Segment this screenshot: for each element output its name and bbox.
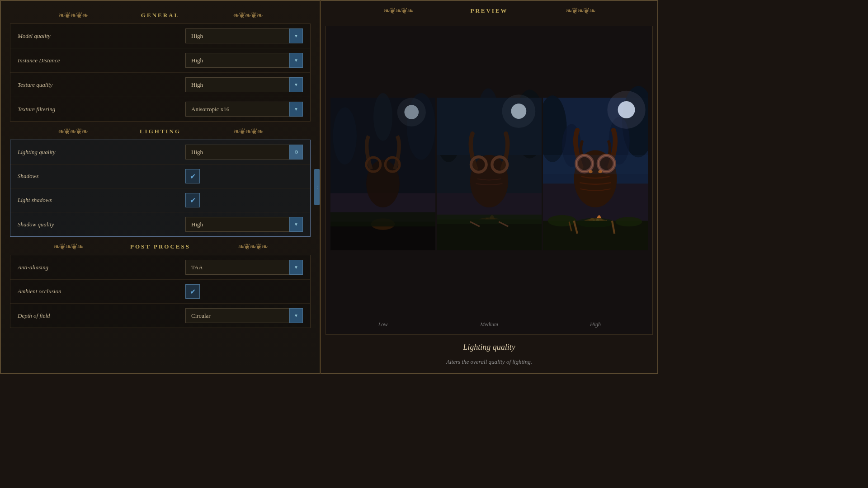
- postprocess-settings-group: Anti-aliasing TAA ▼ Ambient occlusion ✔: [10, 255, 311, 328]
- svg-point-48: [576, 218, 614, 227]
- texture-filtering-control: Anisotropic x16 ▼: [185, 102, 303, 117]
- svg-point-36: [607, 91, 645, 129]
- ambient-occlusion-label: Ambient occlusion: [18, 288, 185, 295]
- preview-images-container: Low: [326, 26, 653, 335]
- instance-distance-select[interactable]: High: [185, 53, 303, 68]
- model-quality-label: Model quality: [18, 33, 185, 40]
- general-section-header: ❧❦❧❦❧ GENERAL ❧❦❧❦❧: [10, 11, 311, 20]
- left-panel: ❧❦❧❦❧ GENERAL ❧❦❧❦❧ Model quality High ▼…: [0, 0, 321, 374]
- lighting-settings-group: Lighting quality High ⚙ Shadows ✔ Light: [10, 140, 311, 237]
- texture-quality-dropdown-wrapper: High ▼: [185, 77, 303, 92]
- shadow-quality-control: High ▼: [185, 217, 303, 232]
- preview-img-low: [330, 31, 435, 318]
- preview-slot-low: Low: [330, 31, 435, 330]
- svg-point-4: [373, 93, 392, 141]
- anti-aliasing-select[interactable]: TAA: [185, 260, 303, 275]
- shadow-quality-select[interactable]: High: [185, 217, 303, 232]
- shadow-quality-label: Shadow quality: [18, 221, 185, 228]
- svg-rect-26: [437, 215, 542, 224]
- lighting-quality-label: Lighting quality: [18, 149, 185, 156]
- shadows-row: Shadows ✔: [10, 164, 310, 188]
- texture-quality-control: High ▼: [185, 77, 303, 92]
- postprocess-section-header: ❧❦❧❦❧ POST PROCESS ❧❦❧❦❧: [10, 242, 311, 251]
- scroll-indicator: ⋮: [314, 169, 320, 205]
- anti-aliasing-label: Anti-aliasing: [18, 264, 185, 271]
- depth-of-field-label: Depth of field: [18, 312, 185, 319]
- instance-distance-control: High ▼: [185, 53, 303, 68]
- scroll-dots: ⋮: [316, 185, 319, 189]
- texture-quality-select[interactable]: High: [185, 77, 303, 92]
- depth-of-field-dropdown-wrapper: Circular ▼: [185, 308, 303, 323]
- lighting-title: LIGHTING: [140, 128, 181, 135]
- description-text: Alters the overall quality of lighting.: [335, 357, 644, 366]
- ornament-right-preview: ❧❦❧❦❧: [513, 6, 648, 15]
- ornament-right-postprocess: ❧❦❧❦❧: [195, 242, 311, 251]
- ambient-occlusion-row: Ambient occlusion ✔: [10, 280, 310, 304]
- texture-filtering-select[interactable]: Anisotropic x16: [185, 102, 303, 117]
- light-shadows-checkmark: ✔: [190, 196, 196, 205]
- preview-label-low: Low: [378, 318, 388, 330]
- preview-title: PREVIEW: [470, 7, 508, 14]
- shadow-quality-row: Shadow quality High ▼: [10, 212, 310, 236]
- svg-point-46: [548, 215, 576, 226]
- texture-quality-label: Texture quality: [18, 81, 185, 89]
- light-shadows-label: Light shadows: [18, 197, 185, 204]
- svg-point-20: [502, 94, 535, 128]
- instance-distance-dropdown-wrapper: High ▼: [185, 53, 303, 68]
- preview-img-medium: [437, 31, 542, 318]
- postprocess-title: POST PROCESS: [130, 243, 190, 250]
- general-title: GENERAL: [141, 12, 179, 19]
- preview-img-high: [543, 31, 648, 318]
- texture-filtering-dropdown-wrapper: Anisotropic x16 ▼: [185, 102, 303, 117]
- depth-of-field-row: Depth of field Circular ▼: [10, 304, 310, 328]
- ambient-occlusion-checkbox[interactable]: ✔: [185, 284, 200, 299]
- general-settings-group: Model quality High ▼ Instance Distance H…: [10, 23, 311, 122]
- light-shadows-control: ✔: [185, 193, 303, 207]
- svg-rect-52: [543, 155, 648, 174]
- anti-aliasing-row: Anti-aliasing TAA ▼: [10, 255, 310, 280]
- light-shadows-row: Light shadows ✔: [10, 188, 310, 212]
- ambient-occlusion-control: ✔: [185, 284, 303, 299]
- ornament-left-general: ❧❦❧❦❧: [10, 11, 137, 20]
- anti-aliasing-dropdown-wrapper: TAA ▼: [185, 260, 303, 275]
- anti-aliasing-control: TAA ▼: [185, 260, 303, 275]
- texture-filtering-row: Texture filtering Anisotropic x16 ▼: [10, 97, 310, 121]
- shadows-control: ✔: [185, 169, 303, 183]
- ambient-occlusion-checkmark: ✔: [190, 287, 196, 296]
- preview-slot-high: High: [543, 31, 648, 330]
- ornament-left-preview: ❧❦❧❦❧: [330, 6, 466, 15]
- lighting-quality-dropdown-wrapper: High ⚙: [185, 145, 303, 160]
- preview-header: ❧❦❧❦❧ PREVIEW ❧❦❧❦❧: [321, 1, 657, 21]
- shadows-label: Shadows: [18, 173, 185, 180]
- instance-distance-label: Instance Distance: [18, 57, 185, 64]
- texture-filtering-label: Texture filtering: [18, 106, 185, 113]
- ornament-right-lighting: ❧❦❧❦❧: [185, 127, 311, 136]
- svg-point-2: [333, 108, 357, 165]
- lighting-quality-select[interactable]: High: [185, 145, 303, 160]
- shadows-checkmark: ✔: [190, 172, 196, 181]
- preview-slot-medium: Medium: [437, 31, 542, 330]
- lighting-quality-row: Lighting quality High ⚙: [10, 140, 310, 164]
- depth-of-field-select[interactable]: Circular: [185, 308, 303, 323]
- ornament-left-lighting: ❧❦❧❦❧: [10, 127, 135, 136]
- instance-distance-row: Instance Distance High ▼: [10, 48, 310, 73]
- shadows-checkbox[interactable]: ✔: [185, 169, 200, 183]
- preview-label-medium: Medium: [480, 318, 498, 330]
- svg-point-47: [615, 217, 642, 226]
- svg-point-6: [397, 98, 426, 127]
- preview-label-high: High: [590, 318, 601, 330]
- right-panel: ❧❦❧❦❧ PREVIEW ❧❦❧❦❧: [321, 0, 658, 374]
- lighting-section-header: ❧❦❧❦❧ LIGHTING ❧❦❧❦❧: [10, 127, 311, 136]
- shadow-quality-dropdown-wrapper: High ▼: [185, 217, 303, 232]
- ornament-right-general: ❧❦❧❦❧: [184, 11, 311, 20]
- ornament-left-postprocess: ❧❦❧❦❧: [10, 242, 126, 251]
- light-shadows-checkbox[interactable]: ✔: [185, 193, 200, 207]
- model-quality-dropdown-wrapper: High ▼: [185, 28, 303, 43]
- depth-of-field-control: Circular ▼: [185, 308, 303, 323]
- model-quality-control: High ▼: [185, 28, 303, 43]
- model-quality-row: Model quality High ▼: [10, 24, 310, 48]
- lighting-quality-control: High ⚙: [185, 145, 303, 160]
- description-title: Lighting quality: [335, 343, 644, 352]
- svg-rect-12: [330, 212, 435, 227]
- model-quality-select[interactable]: High: [185, 28, 303, 43]
